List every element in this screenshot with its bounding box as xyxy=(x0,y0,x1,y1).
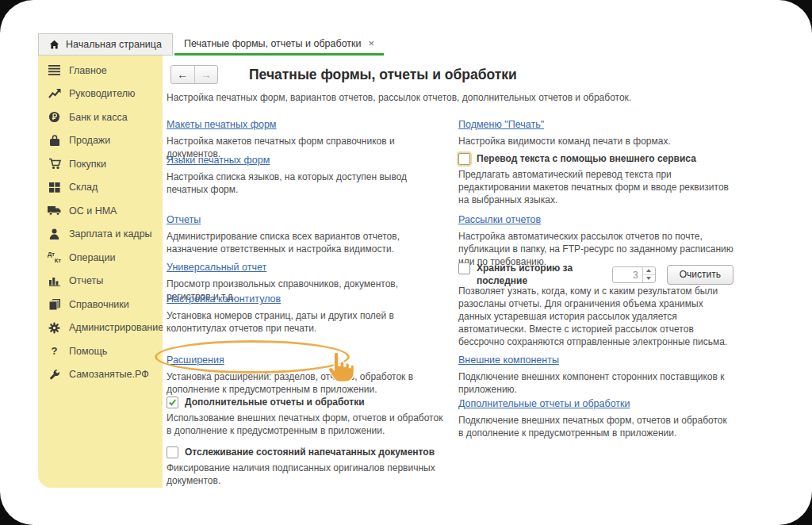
sidebar-item-label: Самозанятые.РФ xyxy=(69,369,149,380)
checkbox-track-printed-docs[interactable]: Отслеживание состояний напечатанных доку… xyxy=(167,446,444,458)
link-header-footer-settings[interactable]: Настройка колонтитулов xyxy=(167,293,281,306)
sidebar-item-selfemployed[interactable]: Самозанятые.РФ xyxy=(38,363,163,387)
track-printed-docs-desc: Фиксирование наличия подписанных оригина… xyxy=(167,462,444,487)
left-column: Макеты печатных форм Настройка макетов п… xyxy=(167,117,444,481)
checkbox-additional-reports[interactable]: Дополнительные отчеты и обработки xyxy=(167,396,444,408)
sidebar-item-os-nma[interactable]: ОС и НМА xyxy=(38,199,163,223)
tab-label: Начальная страница xyxy=(66,39,162,50)
person-icon xyxy=(48,228,61,241)
trend-up-icon xyxy=(48,87,61,101)
additional-reports-desc: Использование внешних печатных форм, отч… xyxy=(167,412,444,437)
spinner-buttons xyxy=(642,267,655,282)
sidebar-item-label: Отчеты xyxy=(69,275,103,286)
link-print-submenu[interactable]: Подменю "Печать" xyxy=(458,118,544,132)
link-reports[interactable]: Отчеты xyxy=(167,213,201,227)
sidebar-item-sales[interactable]: Продажи xyxy=(38,129,163,153)
link-print-languages[interactable]: Языки печатных форм xyxy=(167,154,270,167)
forward-button[interactable]: → xyxy=(195,66,218,83)
reports-desc: Администрирование списка всех вариантов … xyxy=(167,230,444,255)
sidebar-item-label: ОС и НМА xyxy=(69,205,117,217)
sidebar-item-operations[interactable]: ДтКт Операции xyxy=(38,246,163,270)
additional-reports-link-desc: Подключение внешних печатных форм, отчет… xyxy=(458,414,733,439)
close-icon[interactable]: × xyxy=(369,38,375,48)
gear-icon xyxy=(48,321,61,335)
sidebar-item-label: Операции xyxy=(69,252,115,263)
sidebar-item-label: Помощь xyxy=(69,346,107,357)
spinner-down-icon[interactable] xyxy=(643,274,655,282)
extensions-desc: Установка расширений: разделов, отчетов,… xyxy=(167,370,444,396)
link-print-templates[interactable]: Макеты печатных форм xyxy=(167,118,276,132)
cart-icon xyxy=(48,157,61,171)
books-icon xyxy=(48,297,61,311)
screenshot-card: Начальная страница Печатные формы, отчет… xyxy=(0,0,812,525)
checkbox-text-translation[interactable]: Перевод текста с помощью внешнего сервис… xyxy=(458,152,733,165)
checkbox-box[interactable] xyxy=(458,262,470,274)
sidebar-item-label: Покупки xyxy=(69,159,106,170)
sidebar-item-warehouse[interactable]: Склад xyxy=(38,176,163,200)
sidebar: Главное Руководителю Банк и касса Продаж… xyxy=(38,56,163,488)
spinner-up-icon[interactable] xyxy=(643,267,655,274)
bar-chart-icon xyxy=(48,274,61,288)
sidebar-item-label: Администрирование xyxy=(69,322,163,333)
sidebar-item-label: Банк и касса xyxy=(69,112,128,123)
checkbox-box[interactable] xyxy=(458,153,470,165)
clear-history-button[interactable]: Очистить xyxy=(667,265,733,285)
sidebar-item-reports[interactable]: Отчеты xyxy=(38,270,163,293)
bag-icon xyxy=(48,134,61,148)
link-extensions[interactable]: Расширения xyxy=(167,354,224,367)
sidebar-item-label: Склад xyxy=(69,182,98,193)
sidebar-item-main[interactable]: Главное xyxy=(38,59,163,82)
history-nav-group: ← → xyxy=(170,65,218,84)
link-external-components[interactable]: Внешние компоненты xyxy=(458,354,559,367)
sidebar-item-label: Зарплата и кадры xyxy=(69,228,152,240)
sidebar-item-label: Справочники xyxy=(69,299,129,310)
app-window: Начальная страница Печатные формы, отчет… xyxy=(38,33,774,492)
tab-bar: Начальная страница Печатные формы, отчет… xyxy=(38,33,774,56)
checkbox-label: Хранить историю за последние xyxy=(477,262,603,287)
home-icon xyxy=(49,40,59,50)
header-footer-desc: Установка номеров страниц, даты и других… xyxy=(167,309,444,335)
page-title: Печатные формы, отчеты и обработки xyxy=(249,67,517,83)
print-languages-desc: Настройка списка языков, на которых дост… xyxy=(167,171,444,196)
back-button[interactable]: ← xyxy=(171,66,195,83)
boxes-grid-icon xyxy=(48,181,61,194)
tab-label: Печатные формы, отчеты и обработки xyxy=(184,38,362,49)
link-universal-report[interactable]: Универсальный отчет xyxy=(167,261,266,274)
ruble-circle-icon xyxy=(48,110,61,124)
sidebar-item-help[interactable]: ? Помощь xyxy=(38,339,163,363)
link-additional-reports[interactable]: Дополнительные отчеты и обработки xyxy=(458,397,630,411)
print-submenu-desc: Настройка видимости команд печати в форм… xyxy=(458,135,733,148)
checkbox-box[interactable] xyxy=(167,397,178,408)
sidebar-item-label: Продажи xyxy=(69,135,110,146)
sidebar-item-label: Главное xyxy=(69,65,107,76)
main-content: ← → Печатные формы, отчеты и обработки Н… xyxy=(163,56,774,492)
checkbox-label: Дополнительные отчеты и обработки xyxy=(185,396,365,408)
keep-history-desc: Позволяет узнать, когда, кому и с каким … xyxy=(458,285,733,348)
sidebar-item-bank[interactable]: Банк и касса xyxy=(38,105,163,129)
question-icon: ? xyxy=(48,344,61,358)
sidebar-item-label: Руководителю xyxy=(69,88,135,99)
checkbox-keep-history[interactable]: Хранить историю за последние xyxy=(458,262,603,287)
sidebar-item-manager[interactable]: Руководителю xyxy=(38,82,163,106)
sidebar-item-purchases[interactable]: Покупки xyxy=(38,152,163,176)
checkbox-box[interactable] xyxy=(167,446,178,458)
sidebar-item-administration[interactable]: Администрирование xyxy=(38,316,163,340)
history-months-input[interactable]: 3 мес. xyxy=(612,266,656,283)
sidebar-item-directories[interactable]: Справочники xyxy=(38,293,163,316)
tab-home-page[interactable]: Начальная страница xyxy=(38,33,173,56)
page-subtitle: Настройка печатных форм, вариантов отчет… xyxy=(167,92,774,103)
external-components-desc: Подключение внешних компонент сторонних … xyxy=(458,370,733,396)
right-column: Подменю "Печать" Настройка видимости ком… xyxy=(458,117,733,481)
history-months-value: 3 мес. xyxy=(613,267,642,282)
wrench-icon xyxy=(48,368,61,381)
sidebar-item-hr[interactable]: Зарплата и кадры xyxy=(38,223,163,247)
link-report-mailings[interactable]: Рассылки отчетов xyxy=(458,213,541,227)
checkbox-label: Перевод текста с помощью внешнего сервис… xyxy=(477,152,696,165)
tab-print-forms[interactable]: Печатные формы, отчеты и обработки × xyxy=(174,33,384,56)
truck-icon xyxy=(48,204,61,217)
checkbox-label: Отслеживание состояний напечатанных доку… xyxy=(185,446,435,458)
menu-icon xyxy=(48,63,61,77)
text-translation-desc: Предлагать автоматический перевод текста… xyxy=(458,168,733,206)
debit-credit-icon: ДтКт xyxy=(48,251,61,264)
